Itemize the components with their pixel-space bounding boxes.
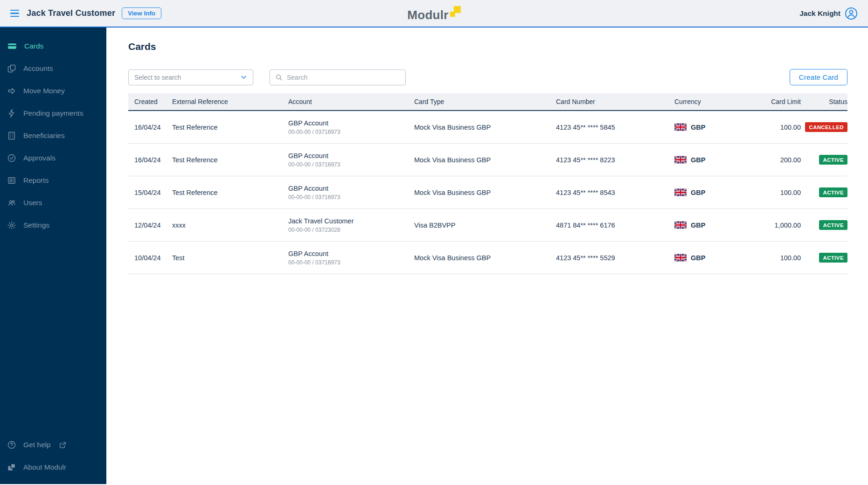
modulr-squares-icon [450,6,461,17]
users-icon [7,198,16,208]
gear-icon [7,221,16,230]
account-detail: 00-00-00 / 03723028 [288,227,414,233]
uk-flag-icon [674,220,687,230]
table-row[interactable]: 12/04/24 xxxx Jack Travel Customer 00-00… [128,209,847,242]
cards-table: Created External Reference Account Card … [128,93,847,274]
cell-card-limit: 100.00 [749,189,801,196]
help-icon [7,440,16,450]
cell-account: GBP Account 00-00-00 / 03716973 [288,152,414,168]
card-icon [7,42,17,51]
cell-card-type: Visa B2BVPP [414,222,556,229]
customer-name: Jack Travel Customer [27,8,115,18]
account-name: Jack Travel Customer [288,217,414,225]
select-placeholder: Select to search [134,74,181,81]
user-menu[interactable]: Jack Knight [799,7,858,20]
account-name: GBP Account [288,152,414,160]
sidebar-item-label: Pending payments [23,109,83,118]
cell-account: Jack Travel Customer 00-00-00 / 03723028 [288,217,414,233]
cell-created: 16/04/24 [128,124,172,131]
account-detail: 00-00-00 / 03716973 [288,161,414,168]
hamburger-menu-icon[interactable] [10,10,19,17]
table-body: 16/04/24 Test Reference GBP Account 00-0… [128,111,847,274]
cell-external-reference: Test Reference [172,156,288,164]
sidebar-item-beneficiaries[interactable]: Beneficiaries [0,125,106,147]
sidebar-item-label: Get help [23,441,51,449]
view-info-button[interactable]: View Info [122,7,161,19]
cell-created: 10/04/24 [128,254,172,262]
col-account: Account [288,98,414,105]
cell-created: 12/04/24 [128,222,172,229]
cell-card-number: 4123 45** **** 5529 [556,254,674,262]
search-box[interactable] [270,69,406,85]
sidebar-item-approvals[interactable]: Approvals [0,147,106,169]
cell-currency: GBP [674,253,749,263]
cell-external-reference: xxxx [172,222,288,229]
top-header: Jack Travel Customer View Info Modulr Ja… [0,0,868,28]
building-grid-icon [7,131,16,140]
table-row[interactable]: 10/04/24 Test GBP Account 00-00-00 / 037… [128,242,847,274]
col-card-number: Card Number [556,98,674,105]
cell-status: ACTIVE [801,187,847,197]
table-row[interactable]: 16/04/24 Test Reference GBP Account 00-0… [128,144,847,176]
col-created: Created [128,98,172,105]
sidebar-item-label: Reports [23,176,49,185]
account-detail: 00-00-00 / 03716973 [288,194,414,201]
account-name: GBP Account [288,184,414,193]
lightning-icon [7,109,16,118]
cell-card-number: 4871 84** **** 6176 [556,222,674,229]
sidebar-item-get-help[interactable]: Get help [0,434,106,456]
account-name: GBP Account [288,119,414,127]
sidebar-item-cards[interactable]: Cards [0,35,106,57]
uk-flag-icon [674,155,687,165]
sidebar-item-users[interactable]: Users [0,192,106,214]
col-currency: Currency [674,98,749,105]
cell-card-limit: 200.00 [749,156,801,164]
sidebar-item-move-money[interactable]: Move Money [0,80,106,102]
sidebar-item-accounts[interactable]: Accounts [0,57,106,80]
sidebar-item-label: About Modulr [23,463,66,471]
cell-external-reference: Test Reference [172,189,288,196]
col-status: Status [801,98,847,105]
status-badge: ACTIVE [819,187,847,197]
modulr-squares-icon [7,463,16,472]
search-input[interactable] [287,74,400,81]
check-circle-icon [7,153,16,163]
cell-card-type: Mock Visa Business GBP [414,189,556,196]
chevron-down-icon [240,74,247,81]
currency-code: GBP [691,222,705,229]
sidebar-item-label: Settings [23,221,49,229]
sidebar-item-label: Beneficiaries [23,132,65,140]
create-card-button[interactable]: Create Card [790,69,847,85]
sidebar-item-pending-payments[interactable]: Pending payments [0,102,106,125]
table-row[interactable]: 16/04/24 Test Reference GBP Account 00-0… [128,111,847,144]
cell-card-type: Mock Visa Business GBP [414,156,556,164]
status-badge: ACTIVE [819,253,847,263]
uk-flag-icon [674,253,687,263]
currency-code: GBP [691,189,705,196]
user-avatar-icon[interactable] [845,7,858,20]
search-field-select[interactable]: Select to search [128,69,253,85]
cell-card-number: 4123 45** **** 5845 [556,124,674,131]
cell-status: CANCELLED [801,122,847,132]
col-card-limit: Card Limit [749,98,801,105]
cell-status: ACTIVE [801,253,847,263]
sidebar-item-about-modulr[interactable]: About Modulr [0,456,106,478]
sidebar-item-reports[interactable]: Reports [0,169,106,192]
cell-currency: GBP [674,220,749,230]
currency-code: GBP [691,124,705,131]
cell-account: GBP Account 00-00-00 / 03716973 [288,119,414,135]
cell-card-limit: 100.00 [749,124,801,131]
cell-card-type: Mock Visa Business GBP [414,124,556,131]
cell-created: 15/04/24 [128,189,172,196]
sidebar: Cards Accounts Move Money [0,28,106,484]
table-row[interactable]: 15/04/24 Test Reference GBP Account 00-0… [128,176,847,209]
account-detail: 00-00-00 / 03716973 [288,129,414,135]
page-title: Cards [128,41,847,52]
sidebar-item-settings[interactable]: Settings [0,214,106,236]
table-header-row: Created External Reference Account Card … [128,93,847,111]
report-icon [7,176,16,185]
status-badge: CANCELLED [805,122,847,132]
col-external-reference: External Reference [172,98,288,105]
cell-card-number: 4123 45** **** 8543 [556,189,674,196]
account-name: GBP Account [288,249,414,258]
